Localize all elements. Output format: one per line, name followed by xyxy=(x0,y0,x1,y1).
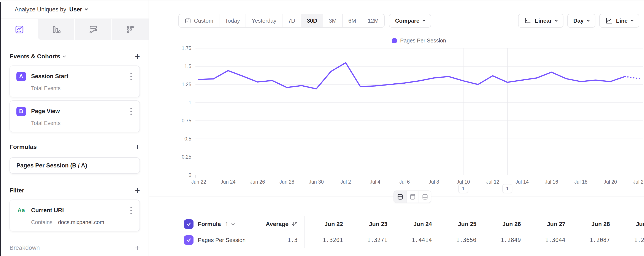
date-range-label: Yesterday xyxy=(252,17,276,24)
event-card-page-view[interactable]: B Page View Total Events xyxy=(10,100,140,132)
scale-label: Linear xyxy=(535,17,552,24)
layout-split-view-button[interactable] xyxy=(394,191,406,203)
interval-selector[interactable]: Day xyxy=(567,14,596,28)
layout-toggle xyxy=(394,190,431,203)
compare-button[interactable]: Compare xyxy=(389,14,431,28)
filter-operator[interactable]: Contains xyxy=(31,219,52,225)
date-range-30d[interactable]: 30D xyxy=(301,14,323,27)
date-range-today[interactable]: Today xyxy=(219,14,246,27)
table-date-header[interactable]: Jun 27 xyxy=(521,221,566,228)
check-icon xyxy=(186,237,192,243)
filter-value[interactable]: docs.mixpanel.com xyxy=(58,219,104,225)
tab-insights[interactable] xyxy=(1,19,38,40)
annotation-badge[interactable]: 1 xyxy=(458,184,468,193)
x-axis-tick-label: Jul 22 xyxy=(633,179,644,185)
date-range-label: Today xyxy=(225,17,240,24)
compare-label: Compare xyxy=(395,17,420,24)
table-cell-value: 1.3650 xyxy=(432,237,476,243)
date-range-custom[interactable]: Custom xyxy=(179,14,219,27)
annotation-badge[interactable]: 1 xyxy=(502,184,512,193)
x-axis-tick-label: Jul 18 xyxy=(574,179,588,185)
event-title[interactable]: Page View xyxy=(31,108,60,115)
x-axis-tick-label: Jun 28 xyxy=(280,179,294,185)
filter-label: Filter xyxy=(10,187,24,194)
series-checkbox[interactable] xyxy=(184,235,194,245)
layout-table-only-button[interactable] xyxy=(418,191,431,203)
add-filter-button[interactable]: + xyxy=(135,186,140,195)
table-cell-value: 1.2087 xyxy=(566,237,610,243)
table-data-row: Pages Per Session 1.3 1.32011.32711.4414… xyxy=(150,232,644,248)
formula-group-label[interactable]: Formula xyxy=(198,221,221,228)
formula-card[interactable]: Pages Per Session (B / A) xyxy=(10,157,140,174)
select-all-checkbox[interactable] xyxy=(184,219,194,229)
line-chart-icon xyxy=(605,17,613,24)
filter-property-title[interactable]: Current URL xyxy=(31,207,66,214)
series-line[interactable] xyxy=(199,63,625,89)
chevron-down-icon xyxy=(586,18,590,21)
table-cell-value: 1.2849 xyxy=(476,237,521,243)
chart-type-selector[interactable]: Line xyxy=(599,14,639,28)
event-aggregation[interactable]: Total Events xyxy=(31,85,60,91)
tab-flows[interactable] xyxy=(74,19,112,40)
table-date-header[interactable]: Jun 29 xyxy=(610,221,644,228)
insights-line-chart-icon xyxy=(14,24,24,34)
date-range-12m[interactable]: 12M xyxy=(362,14,384,27)
series-name[interactable]: Pages Per Session xyxy=(198,237,246,244)
table-date-header[interactable]: Jun 28 xyxy=(566,221,610,228)
date-range-label: 3M xyxy=(329,17,337,24)
add-formula-button[interactable]: + xyxy=(135,143,140,151)
date-range-6m[interactable]: 6M xyxy=(342,14,362,27)
date-range-yesterday[interactable]: Yesterday xyxy=(246,14,282,27)
table-date-header[interactable]: Jun 22 xyxy=(304,221,343,228)
date-range-label: 7D xyxy=(288,17,295,24)
formula-group-number: 1 xyxy=(225,221,228,228)
chevron-down-icon xyxy=(630,18,634,21)
scale-selector[interactable]: Linear xyxy=(518,14,564,28)
chevron-down-icon xyxy=(555,18,558,21)
formula-title[interactable]: Pages Per Session (B / A) xyxy=(16,162,87,169)
breakdown-section-header: Breakdown + xyxy=(10,244,140,252)
events-cohorts-label: Events & Cohorts xyxy=(10,53,60,60)
funnels-bars-icon xyxy=(51,24,61,34)
add-breakdown-button[interactable]: + xyxy=(135,244,140,252)
table-cell-value: 1.4414 xyxy=(388,237,432,243)
chart-only-icon xyxy=(409,193,416,200)
mixpanel-insights-screen: Analyze Uniques by User xyxy=(0,0,644,256)
tab-funnels[interactable] xyxy=(38,19,74,40)
legend-swatch xyxy=(392,38,397,43)
filter-card-current-url[interactable]: Aa Current URL Contains docs.mixpanel.co… xyxy=(10,200,140,232)
sort-descending-icon[interactable] xyxy=(291,221,298,227)
table-date-header[interactable]: Jun 25 xyxy=(432,221,476,228)
event-badge-b: B xyxy=(16,107,26,116)
date-range-label: Custom xyxy=(194,17,213,24)
chart-type-label: Line xyxy=(616,17,628,24)
kebab-menu-icon[interactable] xyxy=(129,107,133,116)
retention-dots-icon xyxy=(126,24,136,34)
kebab-menu-icon[interactable] xyxy=(129,72,133,81)
event-aggregation[interactable]: Total Events xyxy=(31,120,60,126)
event-title[interactable]: Session Start xyxy=(31,73,68,80)
table-column-divider xyxy=(304,216,304,248)
interval-label: Day xyxy=(574,17,584,24)
date-range-3m[interactable]: 3M xyxy=(323,14,342,27)
analyze-entity-dropdown[interactable]: User xyxy=(69,6,82,13)
formulas-section-header: Formulas + xyxy=(10,143,140,151)
kebab-menu-icon[interactable] xyxy=(129,206,133,215)
x-axis-tick-label: Jul 6 xyxy=(399,179,410,185)
add-event-button[interactable]: + xyxy=(135,52,140,61)
x-axis-tick-label: Jul 20 xyxy=(604,179,617,185)
table-date-header[interactable]: Jun 26 xyxy=(476,221,521,228)
date-range-label: 30D xyxy=(307,17,317,24)
layout-chart-only-button[interactable] xyxy=(406,191,418,203)
y-axis-tick-label: 0.5 xyxy=(184,136,191,141)
average-header[interactable]: Average xyxy=(266,221,288,228)
table-date-header[interactable]: Jun 24 xyxy=(388,221,432,228)
legend-series-label[interactable]: Pages Per Session xyxy=(400,37,446,44)
table-date-header[interactable]: Jun 23 xyxy=(343,221,388,228)
events-cohorts-title[interactable]: Events & Cohorts xyxy=(10,53,66,60)
event-card-session-start[interactable]: A Session Start Total Events xyxy=(10,66,140,97)
query-builder-sections: Events & Cohorts + A Session Start Total… xyxy=(1,52,148,252)
date-range-7d[interactable]: 7D xyxy=(282,14,301,27)
chevron-down-icon xyxy=(85,7,88,10)
tab-retention[interactable] xyxy=(112,19,148,40)
